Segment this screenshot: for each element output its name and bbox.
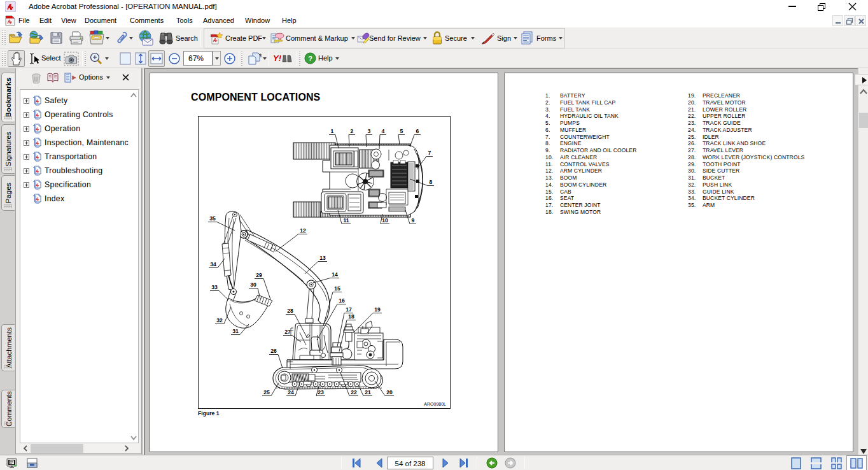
svg-text:5: 5 (400, 128, 403, 134)
svg-text:14: 14 (332, 271, 338, 278)
svg-text:1: 1 (331, 128, 334, 134)
svg-text:ARO0980L: ARO0980L (424, 402, 446, 406)
svg-text:16: 16 (339, 297, 345, 304)
svg-text:31: 31 (232, 328, 239, 334)
svg-text:25: 25 (263, 389, 270, 395)
svg-text:?: ? (308, 55, 312, 62)
svg-text:8: 8 (430, 179, 433, 185)
svg-text:20: 20 (386, 389, 393, 395)
svg-text:13: 13 (319, 255, 326, 261)
svg-text:12: 12 (300, 227, 306, 234)
svg-text:24: 24 (288, 389, 294, 395)
svg-text:30: 30 (250, 281, 256, 288)
svg-text:29: 29 (256, 272, 262, 278)
svg-text:19: 19 (374, 306, 381, 313)
svg-text:4: 4 (382, 128, 385, 134)
svg-text:22: 22 (351, 389, 357, 395)
svg-text:32: 32 (216, 317, 223, 324)
svg-text:15: 15 (334, 285, 340, 292)
svg-text:28: 28 (287, 308, 293, 314)
svg-text:18: 18 (348, 313, 354, 320)
svg-text:10: 10 (382, 217, 388, 224)
svg-text:26: 26 (270, 348, 277, 354)
svg-text:9: 9 (412, 217, 415, 224)
svg-text:35: 35 (209, 215, 216, 222)
svg-text:34: 34 (210, 261, 216, 267)
svg-text:17: 17 (346, 306, 352, 313)
svg-text:7: 7 (428, 150, 431, 156)
svg-text:23: 23 (318, 389, 324, 395)
svg-text:6: 6 (416, 128, 419, 134)
svg-text:3: 3 (368, 128, 371, 134)
svg-text:21: 21 (365, 389, 371, 395)
svg-text:11: 11 (343, 217, 349, 224)
svg-text:27: 27 (284, 329, 291, 335)
svg-text:2: 2 (351, 128, 354, 134)
svg-text:33: 33 (211, 284, 218, 290)
